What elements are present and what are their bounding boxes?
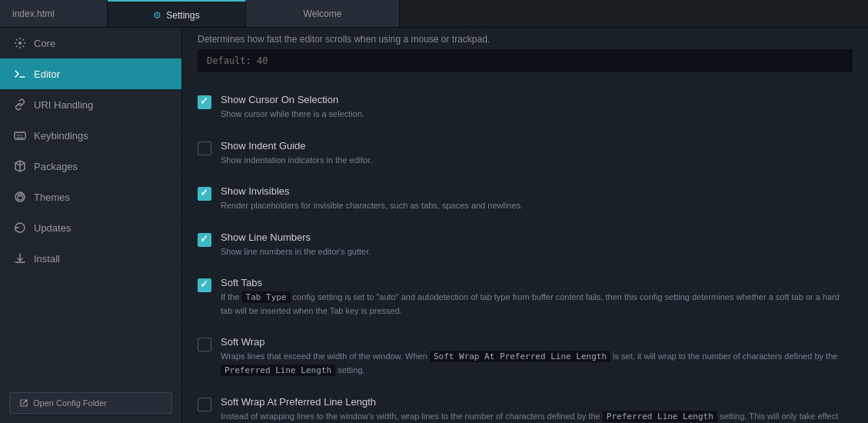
show-indent-checkbox[interactable]: [198, 142, 211, 155]
tab-welcome[interactable]: Welcome: [246, 0, 400, 27]
soft-tabs-checkbox[interactable]: [198, 278, 211, 292]
sidebar-item-install-label: Install: [34, 253, 60, 265]
soft-wrap-checkbox[interactable]: [198, 338, 211, 351]
setting-soft-wrap: Soft Wrap Wraps lines that exceed the wi…: [182, 327, 868, 387]
preferred-line-length-code2: Preferred Line Length: [603, 411, 717, 422]
sidebar-item-keybindings[interactable]: Keybindings: [0, 120, 181, 151]
uri-icon: [14, 98, 26, 111]
setting-text-soft-tabs: Soft Tabs If the Tab Type config setting…: [221, 277, 853, 317]
tab-welcome-label: Welcome: [304, 8, 342, 19]
show-invisibles-checkbox[interactable]: [198, 187, 211, 201]
setting-show-invisibles: Show Invisibles Render placeholders for …: [182, 176, 868, 222]
soft-tabs-title: Soft Tabs: [221, 277, 853, 288]
open-config-button[interactable]: Open Config Folder: [9, 392, 172, 414]
soft-wrap-preferred-checkbox[interactable]: [198, 398, 211, 411]
soft-wrap-code: Soft Wrap At Preferred Line Length: [430, 351, 610, 362]
gear-icon: ⚙: [153, 10, 161, 21]
soft-wrap-preferred-desc: Instead of wrapping lines to the window'…: [221, 410, 853, 423]
show-indent-title: Show Indent Guide: [221, 140, 853, 152]
core-icon: [14, 37, 26, 49]
svg-point-0: [18, 42, 22, 45]
setting-text-soft-wrap-preferred: Soft Wrap At Preferred Line Length Inste…: [221, 396, 853, 423]
setting-soft-tabs: Soft Tabs If the Tab Type config setting…: [182, 268, 868, 327]
tab-settings[interactable]: ⚙ Settings: [108, 0, 246, 27]
sidebar-item-updates-label: Updates: [34, 222, 71, 234]
show-invisibles-desc: Render placeholders for invisible charac…: [221, 199, 853, 212]
setting-text-show-invisibles: Show Invisibles Render placeholders for …: [221, 185, 853, 212]
soft-wrap-preferred-title: Soft Wrap At Preferred Line Length: [221, 396, 853, 408]
soft-wrap-desc: Wraps lines that exceed the width of the…: [221, 350, 853, 377]
sidebar-item-editor[interactable]: Editor: [0, 58, 181, 89]
show-cursor-desc: Show cursor while there is a selection.: [221, 108, 853, 121]
soft-tabs-desc: If the Tab Type config setting is set to…: [221, 291, 853, 317]
show-line-numbers-title: Show Line Numbers: [221, 231, 853, 243]
sidebar-item-keybindings-label: Keybindings: [34, 130, 88, 142]
sidebar-item-uri-handling[interactable]: URI Handling: [0, 89, 181, 120]
sidebar-item-uri-label: URI Handling: [34, 99, 93, 111]
packages-icon: [14, 160, 26, 172]
main-layout: Core Editor URI Handling Keybindings: [0, 28, 868, 423]
sidebar-item-core-label: Core: [34, 38, 55, 49]
sidebar-item-packages[interactable]: Packages: [0, 151, 181, 182]
show-line-numbers-checkbox[interactable]: [198, 233, 211, 247]
scroll-speed-description: Determines how fast the editor scrolls w…: [182, 28, 868, 49]
sidebar-item-editor-label: Editor: [34, 68, 60, 80]
content-area: Determines how fast the editor scrolls w…: [182, 28, 868, 423]
tab-file[interactable]: index.html: [0, 0, 108, 27]
open-config-label: Open Config Folder: [33, 398, 107, 408]
setting-show-indent-guide: Show Indent Guide Show indentation indic…: [182, 131, 868, 177]
external-link-icon: [19, 398, 28, 408]
install-icon: [14, 252, 26, 265]
sidebar-item-themes-label: Themes: [34, 192, 70, 203]
sidebar-item-themes[interactable]: Themes: [0, 182, 181, 212]
show-line-numbers-desc: Show line numbers in the editor's gutter…: [221, 245, 853, 258]
setting-text-soft-wrap: Soft Wrap Wraps lines that exceed the wi…: [221, 336, 853, 377]
show-indent-desc: Show indentation indicators in the edito…: [221, 154, 853, 167]
preferred-line-length-code: Preferred Line Length: [221, 365, 335, 376]
sidebar-bottom: Open Config Folder: [0, 383, 181, 423]
themes-icon: [14, 191, 26, 203]
setting-text-show-line-numbers: Show Line Numbers Show line numbers in t…: [221, 231, 853, 258]
tab-file-label: index.html: [12, 8, 55, 19]
tab-settings-label: Settings: [166, 10, 199, 21]
show-cursor-checkbox[interactable]: [198, 95, 211, 109]
sidebar-item-install[interactable]: Install: [0, 243, 181, 274]
keybindings-icon: [14, 129, 26, 142]
setting-soft-wrap-preferred: Soft Wrap At Preferred Line Length Inste…: [182, 387, 868, 423]
updates-icon: [14, 221, 26, 234]
setting-show-line-numbers: Show Line Numbers Show line numbers in t…: [182, 222, 868, 268]
default-value-input[interactable]: [198, 49, 853, 72]
sidebar: Core Editor URI Handling Keybindings: [0, 28, 182, 423]
soft-wrap-title: Soft Wrap: [221, 336, 853, 348]
setting-text-show-cursor: Show Cursor On Selection Show cursor whi…: [221, 94, 853, 121]
sidebar-item-updates[interactable]: Updates: [0, 212, 181, 243]
sidebar-item-core[interactable]: Core: [0, 28, 181, 58]
show-invisibles-title: Show Invisibles: [221, 185, 853, 197]
editor-icon: [14, 68, 26, 80]
tab-type-code: Tab Type: [242, 291, 291, 303]
sidebar-item-packages-label: Packages: [34, 161, 78, 172]
show-cursor-title: Show Cursor On Selection: [221, 94, 853, 105]
setting-text-show-indent: Show Indent Guide Show indentation indic…: [221, 140, 853, 167]
tab-bar: index.html ⚙ Settings Welcome: [0, 0, 868, 28]
setting-show-cursor-on-selection: Show Cursor On Selection Show cursor whi…: [182, 85, 868, 131]
